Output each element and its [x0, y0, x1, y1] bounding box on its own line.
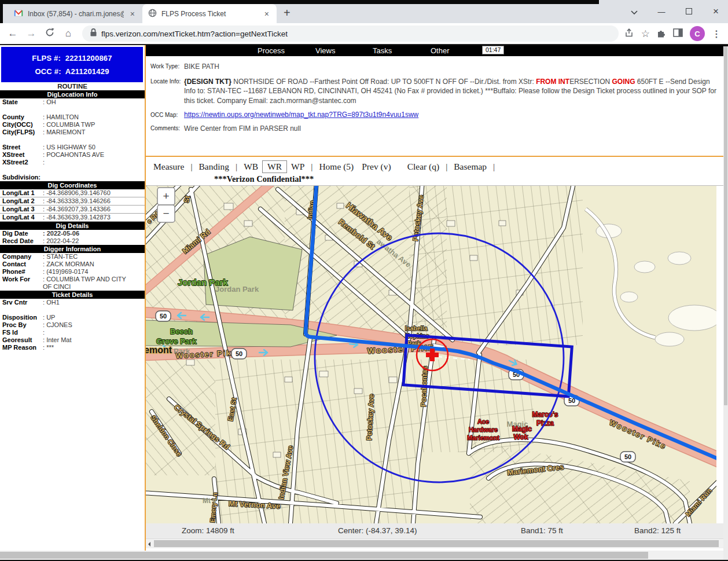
new-tab-button[interactable]: +	[277, 6, 297, 23]
share-icon[interactable]	[624, 28, 634, 39]
tab-strip: Inbox (57,854) - chari.m.jones@v × FLPS …	[0, 0, 728, 23]
field-longlat1: Long/Lat 1-84.368906,39.146760	[0, 189, 145, 197]
maximize-button[interactable]	[685, 8, 693, 16]
occ-map-row: OCC Map: https://newtin.oups.org/newtinw…	[150, 111, 722, 119]
ticket-content: Process Views Tasks Other 01:47 Work Typ…	[145, 45, 728, 560]
tab-close-icon[interactable]: ×	[128, 9, 137, 19]
minimize-button[interactable]: —	[657, 8, 666, 16]
map-label-ace-mariemont: Mariemont	[467, 434, 499, 441]
comments-row: Comments: Wire Center from FIM in PARSER…	[150, 124, 722, 134]
field-county: CountyHAMILTON	[0, 113, 145, 121]
field-longlat2: Long/Lat 2-84.363338,39.146266	[0, 197, 145, 206]
occ-map-link[interactable]: https://newtin.oups.org/newtinweb/map_tk…	[184, 111, 418, 119]
flps-number-line: FLPS #: 22211200867	[1, 54, 143, 63]
scroll-left-arrow-icon[interactable]	[148, 542, 150, 547]
globe-icon	[148, 9, 157, 19]
bookmark-star-icon[interactable]: ☆	[641, 28, 650, 40]
tool-wb[interactable]: WB	[240, 161, 262, 173]
scrollbar-thumb[interactable]	[154, 540, 719, 547]
tab-gmail-label: Inbox (57,854) - chari.m.jones@v	[28, 10, 124, 18]
menu-other[interactable]: Other	[431, 46, 450, 55]
map-label-hardware: Hardware	[469, 426, 498, 433]
tab-flps[interactable]: FLPS Process Ticket ×	[142, 4, 277, 23]
tool-home[interactable]: Home (5)	[315, 161, 358, 173]
tool-measure[interactable]: Measure	[149, 161, 188, 173]
tool-banding[interactable]: Banding	[194, 161, 233, 173]
locate-info-row: Locate Info: {DESIGN TKT} NORTHSIDE OF R…	[150, 77, 722, 106]
scrollbar-thumb[interactable]	[724, 46, 727, 405]
tool-wr-selected[interactable]: WR	[262, 160, 287, 173]
tool-prev[interactable]: Prev (v)	[358, 161, 395, 173]
menu-tasks[interactable]: Tasks	[373, 46, 392, 55]
page-horizontal-scrollbar[interactable]	[0, 551, 728, 560]
side-panel-icon[interactable]	[673, 28, 683, 39]
map-horizontal-scrollbar[interactable]	[146, 538, 728, 548]
tool-clear[interactable]: Clear (q)	[403, 161, 444, 173]
map-label-ace: Ace	[477, 418, 489, 425]
menu-views[interactable]: Views	[315, 46, 335, 55]
section-ticket-details: Ticket Details	[0, 291, 145, 299]
back-button[interactable]: ←	[5, 28, 21, 39]
ticket-id-header: FLPS #: 22211200867 OCC #: A211201429	[1, 47, 143, 82]
page-vertical-scrollbar[interactable]	[723, 46, 728, 560]
flps-label: FLPS #:	[32, 54, 61, 63]
field-work-for: Work ForCOLUMBIA TWP AND CITY OF CINCI	[0, 276, 145, 291]
map-label-magic: Magic	[512, 425, 532, 433]
work-type-label: Work Type:	[150, 62, 184, 72]
address-toolbar: ← → ⌂ flps.verizon.com/nextTicket.htm?ac…	[0, 23, 728, 45]
forward-button[interactable]: →	[23, 28, 39, 39]
map-label-mariemont-city: emont	[146, 345, 172, 355]
work-type-row: Work Type: BIKE PATH	[150, 62, 722, 72]
confidential-watermark: ***Verizon Confidential***	[214, 174, 728, 184]
toolbar-right-icons: ☆ C ⋮	[624, 26, 723, 41]
window-controls: — ×	[630, 6, 720, 17]
occ-value: A211201429	[65, 67, 109, 76]
field-city-flps: City(FLPS)MARIEMONT	[0, 129, 145, 136]
reload-button[interactable]	[42, 28, 58, 40]
app-menu-bar: Process Views Tasks Other 01:47	[146, 45, 728, 56]
field-city-occ: City(OCC)COLUMBIA TWP	[0, 121, 145, 129]
tool-wp[interactable]: WP	[287, 161, 308, 173]
zoom-in-button[interactable]: +	[157, 188, 175, 205]
url-bar[interactable]: flps.verizon.com/nextTicket.htm?action=g…	[82, 25, 619, 42]
svg-text:+: +	[163, 190, 169, 202]
map-label-marcos: Marco's	[532, 410, 558, 419]
home-button[interactable]: ⌂	[60, 28, 76, 39]
tab-close-icon[interactable]: ×	[263, 9, 271, 19]
section-diglocation: DigLocation Info	[0, 90, 145, 98]
ticket-sidebar: FLPS #: 22211200867 OCC #: A211201429 RO…	[0, 45, 145, 560]
profile-avatar[interactable]: C	[690, 26, 705, 41]
work-type-value: BIKE PATH	[184, 62, 219, 72]
map-label-mt-vernon-echo: Mt V	[203, 497, 217, 505]
shield-50: 50	[624, 453, 631, 460]
tab-gmail[interactable]: Inbox (57,854) - chari.m.jones@v ×	[8, 4, 142, 23]
browser-menu-dots-icon[interactable]: ⋮	[712, 28, 721, 39]
field-dig-date: Dig Date2022-05-06	[0, 230, 145, 237]
field-state: StateOH	[0, 98, 145, 106]
map-canvas[interactable]: Miami Rd e Rd Jordan Park Jordan Park Be…	[146, 186, 716, 523]
zoom-out-button[interactable]: −	[157, 205, 175, 222]
field-recd-date: Recd Date2022-04-22	[0, 237, 145, 245]
map-label-isabella: Isabella	[405, 325, 428, 332]
flps-value: 22211200867	[65, 54, 112, 63]
tool-search[interactable]	[395, 166, 403, 167]
scrollbar-thumb[interactable]	[0, 552, 648, 559]
map-viewport[interactable]: Miami Rd e Rd Jordan Park Jordan Park Be…	[146, 185, 728, 523]
field-subdivision: Subdivision:	[0, 174, 145, 181]
extensions-puzzle-icon[interactable]	[657, 28, 666, 39]
menu-process[interactable]: Process	[258, 46, 285, 55]
field-street: StreetUS HIGHWAY 50	[0, 144, 145, 151]
shield-50: 50	[160, 313, 167, 320]
window-edge-left	[0, 0, 3, 23]
tool-basemap[interactable]: Basemap	[450, 161, 491, 173]
field-xstreet: XStreetPOCAHONTAS AVE	[0, 151, 145, 159]
locate-info-text: {DESIGN TKT} NORTHSIDE OF ROAD --Farthes…	[184, 77, 722, 106]
field-xstreet2: XStreet2	[0, 159, 145, 166]
comments-value: Wire Center from FIM in PARSER null	[184, 124, 301, 134]
field-georesult: GeoresultInter Mat	[0, 336, 145, 344]
field-longlat3: Long/Lat 3-84.369207,39.143366	[0, 206, 145, 214]
close-window-button[interactable]: ×	[712, 6, 720, 17]
status-band2: Band2: 125 ft	[634, 523, 681, 538]
map-label-wok: Wok	[513, 433, 528, 441]
chevron-down-icon[interactable]	[630, 8, 638, 16]
